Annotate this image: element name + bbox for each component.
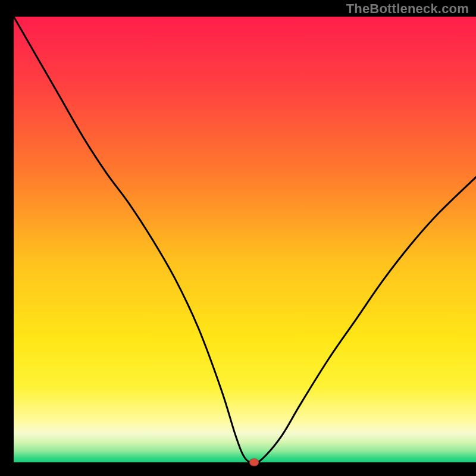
chart-frame: TheBottleneck.com xyxy=(0,0,476,476)
plot-background xyxy=(14,17,476,462)
optimum-marker xyxy=(250,459,259,466)
watermark-text: TheBottleneck.com xyxy=(346,1,469,17)
bottleneck-chart xyxy=(0,0,476,476)
